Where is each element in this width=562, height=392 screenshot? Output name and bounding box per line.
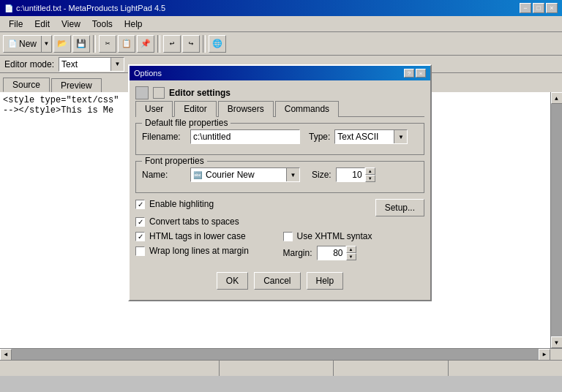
font-properties-label: Font properties <box>142 156 207 166</box>
horizontal-scrollbar[interactable]: ◄ ► <box>0 348 562 360</box>
toolbar: 📄 New ▼ 📂 💾 ✂ 📋 📌 ↩ ↪ 🌐 <box>0 32 562 56</box>
menu-file[interactable]: File <box>3 18 29 31</box>
margin-spinner[interactable]: ▲ ▼ <box>317 246 356 260</box>
editor-content: <style type="text/css" --></style>This i… <box>3 95 119 116</box>
dialog-help-button[interactable]: ? <box>404 69 414 78</box>
maximize-button[interactable]: □ <box>533 3 544 13</box>
wrap-long-label: Wrap long lines at margin <box>149 246 249 256</box>
menu-help[interactable]: Help <box>119 18 149 31</box>
checkboxes-left: Enable highliting <box>135 199 368 214</box>
xhtml-checkbox[interactable] <box>283 232 293 241</box>
scroll-track-h[interactable] <box>12 349 539 361</box>
dtab-browsers[interactable]: Browsers <box>218 101 274 117</box>
html-lower-checkbox[interactable] <box>135 232 145 241</box>
xhtml-label: Use XHTML syntax <box>297 231 372 241</box>
vertical-scrollbar[interactable]: ▲ ▼ <box>550 92 562 348</box>
convert-tabs-row: Convert tabs to spaces <box>135 216 424 227</box>
undo-button[interactable]: ↩ <box>163 35 181 53</box>
enable-highlighting-checkbox[interactable] <box>135 200 145 209</box>
font-size-spinner[interactable]: ▲ ▼ <box>336 167 375 182</box>
type-label: Type: <box>309 132 330 142</box>
section-icon <box>153 87 165 99</box>
setup-button[interactable]: Setup... <box>375 199 424 216</box>
dtab-editor[interactable]: Editor <box>174 101 216 117</box>
new-button-group[interactable]: 📄 New ▼ <box>3 35 52 53</box>
window-title: c:\untitled.txt - MetaProducts LightPad … <box>16 4 165 12</box>
font-size-up[interactable]: ▲ <box>365 167 375 175</box>
font-name-dropdown[interactable]: Courier New <box>203 170 299 180</box>
font-row: Name: 🔤 Courier New ▼ Size: <box>142 167 418 182</box>
enable-highlighting-label: Enable highliting <box>149 199 214 209</box>
dialog-close-button[interactable]: × <box>416 69 426 78</box>
ok-button[interactable]: OK <box>217 272 248 290</box>
options-dialog: Options ? × Editor settings User Editor … <box>128 64 432 301</box>
status-section-2 <box>220 361 334 376</box>
copy-button[interactable]: 📋 <box>118 35 135 53</box>
margin-up[interactable]: ▲ <box>346 246 356 253</box>
bottom-options: HTML tags in lower case Wrap long lines … <box>135 231 424 265</box>
cancel-button[interactable]: Cancel <box>254 272 300 290</box>
help-button[interactable]: Help <box>307 272 344 290</box>
editor-mode-label: Editor mode: <box>4 59 54 69</box>
margin-label: Margin: <box>283 248 312 258</box>
font-size-down[interactable]: ▼ <box>365 175 375 182</box>
tab-source[interactable]: Source <box>3 78 50 92</box>
dtab-commands[interactable]: Commands <box>275 101 339 117</box>
dialog-title-buttons: ? × <box>404 69 426 78</box>
paste-button[interactable]: 📌 <box>137 35 154 53</box>
menu-tools[interactable]: Tools <box>86 18 119 31</box>
html-lower-row: HTML tags in lower case <box>135 231 277 241</box>
tab-preview[interactable]: Preview <box>51 78 102 92</box>
enable-highlighting-row: Enable highliting <box>135 199 368 209</box>
type-dropdown[interactable]: Text ASCII <box>335 132 407 142</box>
editor-mode-dropdown[interactable]: Text <box>59 59 124 69</box>
margin-spinner-buttons: ▲ ▼ <box>346 246 356 260</box>
scroll-track-v[interactable] <box>551 104 562 336</box>
scroll-left-button[interactable]: ◄ <box>0 349 12 361</box>
default-file-label: Default file properties <box>142 118 231 128</box>
font-name-select[interactable]: 🔤 Courier New ▼ <box>190 167 300 182</box>
font-properties-groupbox: Font properties Name: 🔤 Courier New ▼ Si… <box>135 161 424 193</box>
redo-button[interactable]: ↪ <box>182 35 200 53</box>
scroll-down-button[interactable]: ▼ <box>551 336 563 348</box>
toolbar-separator-1 <box>93 35 96 53</box>
convert-tabs-checkbox[interactable] <box>135 217 145 227</box>
margin-down[interactable]: ▼ <box>346 253 356 260</box>
col-left: HTML tags in lower case Wrap long lines … <box>135 231 277 265</box>
browser-button[interactable]: 🌐 <box>209 35 226 53</box>
save-button[interactable]: 💾 <box>72 35 90 53</box>
dtab-user[interactable]: User <box>135 101 173 117</box>
open-button[interactable]: 📂 <box>53 35 71 53</box>
margin-input[interactable] <box>317 246 346 260</box>
wrap-long-checkbox[interactable] <box>135 246 145 256</box>
col-right: Use XHTML syntax Margin: ▲ ▼ <box>283 231 425 265</box>
close-button[interactable]: × <box>546 3 558 13</box>
scroll-up-button[interactable]: ▲ <box>551 92 563 104</box>
default-file-groupbox: Default file properties Filename: Type: … <box>135 123 424 155</box>
dialog-button-row: OK Cancel Help <box>135 272 424 294</box>
dialog-tab-bar: User Editor Browsers Commands <box>135 101 424 117</box>
dialog-title-bar: Options ? × <box>130 66 430 80</box>
minimize-button[interactable]: − <box>520 3 531 13</box>
window-controls: − □ × <box>520 3 558 13</box>
toolbar-separator-2 <box>157 35 160 53</box>
scroll-right-button[interactable]: ► <box>539 349 550 361</box>
status-section-3 <box>334 361 448 376</box>
filename-row: Filename: Type: Text ASCII ▼ <box>142 129 418 144</box>
font-size-input[interactable] <box>336 167 365 182</box>
filename-label: Filename: <box>142 132 186 142</box>
menu-view[interactable]: View <box>56 18 86 31</box>
toolbar-separator-3 <box>203 35 206 53</box>
new-button[interactable]: 📄 New <box>4 36 41 52</box>
type-select[interactable]: Text ASCII ▼ <box>334 129 408 144</box>
new-dropdown-arrow[interactable]: ▼ <box>41 36 51 52</box>
section-title: Editor settings <box>169 88 231 98</box>
checkbox-section: Enable highliting Setup... <box>135 199 424 216</box>
editor-mode-select[interactable]: Text ▼ <box>59 57 124 72</box>
filename-input[interactable] <box>190 129 300 144</box>
setup-btn-container: Setup... <box>375 199 424 216</box>
cut-button[interactable]: ✂ <box>99 35 116 53</box>
font-size-label: Size: <box>312 170 331 180</box>
menu-edit[interactable]: Edit <box>29 18 56 31</box>
margin-row: Margin: ▲ ▼ <box>283 246 425 260</box>
